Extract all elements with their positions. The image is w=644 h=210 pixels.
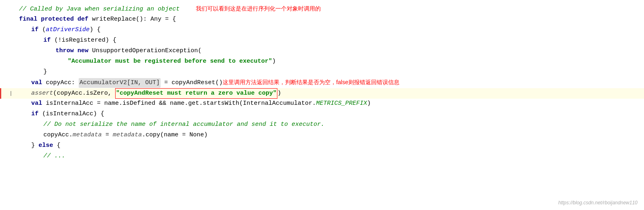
code-line-7: } <box>0 67 644 78</box>
kw-val-2: val <box>31 99 42 108</box>
line-content-12: // Do not serialize the name of internal… <box>19 120 644 129</box>
string-accumulator: "Accumulator must be registered before s… <box>68 57 272 66</box>
kw-if-2: if <box>43 36 51 45</box>
kw-else: else <box>39 141 53 151</box>
code-line-10: val isInternalAcc = name.isDefined && na… <box>0 99 644 109</box>
assert-method: assert <box>31 89 53 98</box>
space: { <box>53 141 60 151</box>
kw-if-3: if <box>31 109 39 119</box>
copyAcc-metadata: copyAcc. <box>43 130 73 140</box>
space: ( <box>39 25 46 35</box>
line-content-7: } <box>19 67 644 77</box>
space: copyAcc: <box>42 78 79 88</box>
comment-truncated: // ... <box>43 151 65 161</box>
watermark: https://blog.csdn.net/rboijandnew110 <box>558 199 638 207</box>
line-content-3: if ( atDriverSide ) { <box>19 25 644 35</box>
line-content-14: } else { <box>19 141 644 151</box>
method-name: writeReplace(): Any = { <box>88 15 176 24</box>
space: = <box>102 130 113 140</box>
line-content-9: assert (copyAcc.isZero, "copyAndReset mu… <box>19 88 644 99</box>
metadata-italic: metadata <box>73 130 102 140</box>
code-line-11: if (isInternalAcc) { <box>0 109 644 120</box>
kw-protected: protected <box>41 15 74 24</box>
code-line-5: throw new UnsupportedOperationException( <box>0 46 644 57</box>
close-paren: ) <box>272 57 276 66</box>
close-paren-2: ) <box>277 89 281 98</box>
line-content-4: if (!isRegistered) { <box>19 36 644 45</box>
string-copyAndReset: "copyAndReset must return a zero value c… <box>115 88 277 99</box>
code-line-6: "Accumulator must be registered before s… <box>0 57 644 67</box>
space <box>74 46 77 56</box>
close-paren-3: ) <box>367 99 371 108</box>
space: UnsupportedOperationException( <box>88 46 202 56</box>
kw-val-1: val <box>31 78 42 88</box>
code-line-1: // Called by Java when serializing an ob… <box>0 4 644 15</box>
code-line-14: } else { <box>0 141 644 151</box>
code-line-8: val copyAcc: AccumulatorV2[IN, OUT] = co… <box>0 78 644 88</box>
kw-final: final <box>19 15 37 24</box>
space: (!isRegistered) { <box>51 36 116 45</box>
comment-2: // Do not serialize the name of internal… <box>43 120 324 129</box>
space: .copy(name = None) <box>142 130 208 140</box>
line-content-5: throw new UnsupportedOperationException( <box>19 46 644 56</box>
annotation-1: 我们可以看到这是在进行序列化一个对象时调用的 <box>196 4 321 13</box>
code-line-15: // ... <box>0 151 644 162</box>
code-line-9: | assert (copyAcc.isZero, "copyAndReset … <box>0 88 644 99</box>
kw-if-1: if <box>31 25 39 35</box>
code-line-4: if (!isRegistered) { <box>0 36 644 46</box>
space: = copyAndReset() <box>161 78 223 88</box>
metadata-copy: metadata <box>113 130 142 140</box>
space: isInternalAcc = name.isDefined && name.g… <box>42 99 316 108</box>
code-container: // Called by Java when serializing an ob… <box>0 0 644 210</box>
code-line-2: final protected def writeReplace(): Any … <box>0 15 644 25</box>
line-content-15: // ... <box>19 151 644 161</box>
line-content-11: if (isInternalAcc) { <box>19 109 644 119</box>
line-content-1: // Called by Java when serializing an ob… <box>19 4 644 14</box>
space <box>74 15 77 24</box>
kw-def: def <box>77 15 88 24</box>
line-content-6: "Accumulator must be registered before s… <box>19 57 644 66</box>
code-line-3: if ( atDriverSide ) { <box>0 25 644 36</box>
code-line-13: copyAcc. metadata = metadata .copy(name … <box>0 130 644 141</box>
comment-1: // Called by Java when serializing an ob… <box>19 4 180 14</box>
space: (copyAcc.isZero, <box>53 89 115 98</box>
line-content-8: val copyAcc: AccumulatorV2[IN, OUT] = co… <box>19 78 644 88</box>
code-line-12: // Do not serialize the name of internal… <box>0 120 644 130</box>
annotation-2: 这里调用方法返回结果，判断结果是否为空，false则报错返回错误信息 <box>223 78 399 87</box>
close-else: } <box>31 141 39 151</box>
close-brace-1: } <box>43 67 47 77</box>
line-content-2: final protected def writeReplace(): Any … <box>19 15 644 24</box>
kw-new: new <box>77 46 88 56</box>
space <box>37 15 41 24</box>
line-content-10: val isInternalAcc = name.isDefined && na… <box>19 99 644 108</box>
gutter-9: | <box>9 89 17 98</box>
line-content-13: copyAcc. metadata = metadata .copy(name … <box>19 130 644 140</box>
space: ) { <box>90 25 101 35</box>
metrics-prefix: METRICS_PREFIX <box>316 99 367 108</box>
kw-throw: throw <box>56 46 74 56</box>
type-accumulator: AccumulatorV2[IN, OUT] <box>79 78 161 88</box>
space: (isInternalAcc) { <box>39 109 104 119</box>
atDriverSide: atDriverSide <box>46 25 90 35</box>
